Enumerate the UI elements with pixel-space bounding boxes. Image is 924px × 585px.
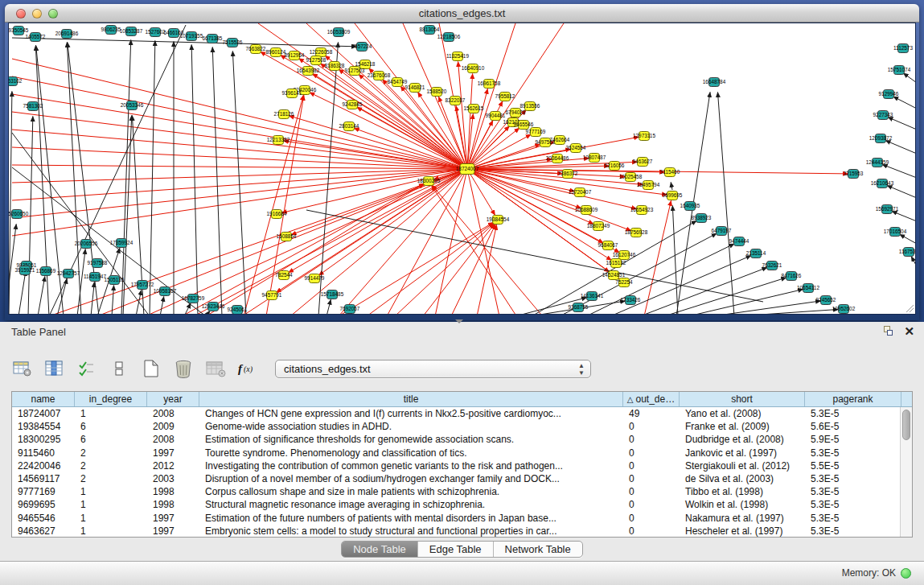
- cell-in_degree[interactable]: 6: [75, 420, 147, 433]
- network-canvas[interactable]: 1405572935054520691486980623510853287152…: [8, 23, 916, 315]
- cell-pagerank[interactable]: 5.3E-5: [805, 525, 901, 538]
- cell-pagerank[interactable]: 5.5E-5: [805, 459, 901, 472]
- cell-year[interactable]: 1997: [147, 512, 199, 525]
- graph-edge[interactable]: [467, 169, 495, 215]
- graph-edge[interactable]: [458, 61, 467, 169]
- cell-name[interactable]: 9463627: [12, 525, 75, 538]
- graph-edge[interactable]: [887, 186, 916, 198]
- column-header-name[interactable]: name: [12, 392, 75, 406]
- cell-in_degree[interactable]: 2: [75, 472, 147, 485]
- cell-short[interactable]: Yano et al. (2008): [680, 407, 805, 420]
- cell-pagerank[interactable]: 5.3E-5: [805, 498, 901, 511]
- cell-short[interactable]: Nakamura et al. (1997): [680, 512, 805, 525]
- table-row[interactable]: 946362711997Embryonic stem cells: a mode…: [12, 525, 912, 538]
- graph-edge[interactable]: [232, 51, 246, 314]
- cell-in_degree[interactable]: 1: [75, 512, 147, 525]
- tab-network-table[interactable]: Network Table: [494, 542, 582, 557]
- table-vertical-scrollbar[interactable]: [900, 407, 912, 537]
- cell-short[interactable]: de Silva et al. (2003): [680, 472, 805, 485]
- cell-pagerank[interactable]: 5.3E-5: [805, 485, 901, 498]
- graph-edge[interactable]: [339, 169, 467, 314]
- cell-in_degree[interactable]: 2: [75, 459, 147, 472]
- graph-edge[interactable]: [900, 234, 916, 244]
- cell-short[interactable]: Jankovic et al. (1997): [680, 447, 805, 459]
- graph-edge[interactable]: [672, 205, 678, 314]
- cell-title[interactable]: Structural magnetic resonance image aver…: [199, 498, 623, 511]
- cell-short[interactable]: Tibbo et al. (1998): [680, 485, 805, 498]
- table-row[interactable]: 1456911722003Disruption of a novel membe…: [12, 472, 912, 485]
- graph-edge[interactable]: [640, 267, 767, 314]
- graph-edge[interactable]: [150, 40, 155, 314]
- graph-edge[interactable]: [688, 289, 803, 314]
- cell-short[interactable]: Wolkin et al. (1998): [680, 498, 805, 511]
- cell-in_degree[interactable]: 6: [75, 433, 147, 446]
- cell-in_degree[interactable]: 2: [75, 447, 147, 459]
- cell-year[interactable]: 1997: [147, 525, 199, 538]
- graph-edge[interactable]: [467, 23, 564, 169]
- table-row[interactable]: 911546021997Tourette syndrome. Phenomeno…: [12, 447, 912, 459]
- cell-pagerank[interactable]: 5.3E-5: [805, 512, 901, 525]
- cell-title[interactable]: Genome-wide association studies in ADHD.: [199, 420, 623, 433]
- cell-pagerank[interactable]: 5.3E-5: [805, 447, 901, 459]
- splitter-handle-icon[interactable]: [455, 319, 463, 323]
- cell-year[interactable]: 2012: [147, 459, 199, 472]
- cell-short[interactable]: Franke et al. (2009): [680, 420, 805, 433]
- function-fx-icon[interactable]: f(x): [236, 358, 259, 379]
- table-row[interactable]: 1938455462009Genome-wide association stu…: [12, 420, 912, 433]
- table-row[interactable]: 946554611997Estimation of the future num…: [12, 512, 912, 525]
- cell-pagerank[interactable]: 5.3E-5: [805, 472, 901, 485]
- cell-pagerank[interactable]: 5.3E-5: [805, 407, 901, 420]
- table-row[interactable]: 977716911998Corpus callosum shape and si…: [12, 485, 912, 498]
- table-source-select[interactable]: citations_edges.txt ▲▼: [275, 360, 591, 378]
- graph-edge[interactable]: [306, 210, 763, 302]
- graph-edge[interactable]: [892, 211, 916, 221]
- table-row[interactable]: 969969511998Structural magnetic resonanc…: [12, 498, 912, 511]
- cell-out_degree[interactable]: 49: [623, 407, 680, 420]
- cell-pagerank[interactable]: 5.9E-5: [805, 433, 901, 446]
- cell-pagerank[interactable]: 5.6E-5: [805, 420, 901, 433]
- table-row[interactable]: 1830029562008Estimation of significance …: [12, 433, 912, 446]
- cell-out_degree[interactable]: 0: [623, 472, 680, 485]
- cell-year[interactable]: 1998: [147, 498, 199, 511]
- graph-edge[interactable]: [266, 95, 304, 314]
- cell-title[interactable]: Corpus callosum shape and size in male p…: [199, 485, 623, 498]
- graph-edge[interactable]: [903, 73, 916, 83]
- cell-name[interactable]: 18724007: [12, 407, 75, 420]
- cell-out_degree[interactable]: 0: [623, 485, 680, 498]
- cell-title[interactable]: Disruption of a novel member of a sodium…: [199, 472, 623, 485]
- table-row[interactable]: 2242004622012Investigating the contribut…: [12, 459, 912, 472]
- cell-name[interactable]: 9115460: [12, 447, 75, 459]
- table-row[interactable]: 1872400712008Changes of HCN gene express…: [12, 407, 912, 420]
- graph-edge[interactable]: [717, 92, 734, 314]
- cell-year[interactable]: 2008: [147, 407, 199, 420]
- cell-year[interactable]: 2008: [147, 433, 199, 446]
- close-panel-icon[interactable]: ✕: [904, 325, 914, 337]
- graph-edge[interactable]: [191, 44, 198, 314]
- cell-name[interactable]: 9465546: [12, 512, 75, 525]
- cell-out_degree[interactable]: 0: [623, 525, 680, 538]
- graph-edge[interactable]: [882, 164, 916, 178]
- row-height-icon[interactable]: [108, 358, 130, 379]
- cell-title[interactable]: Embryonic stem cells: a model to study s…: [199, 525, 623, 538]
- tab-edge-table[interactable]: Edge Table: [418, 542, 494, 557]
- graph-edge[interactable]: [12, 38, 357, 47]
- cell-short[interactable]: Hescheler et al. (1997): [680, 525, 805, 538]
- graph-edge[interactable]: [206, 183, 424, 314]
- graph-edge[interactable]: [644, 200, 671, 314]
- cell-title[interactable]: Estimation of significance thresholds fo…: [199, 433, 623, 446]
- cell-in_degree[interactable]: 1: [75, 485, 147, 498]
- cell-out_degree[interactable]: 0: [623, 512, 680, 525]
- cell-out_degree[interactable]: 0: [623, 498, 680, 511]
- scrollbar-thumb[interactable]: [902, 410, 910, 440]
- column-header-short[interactable]: short: [680, 392, 805, 406]
- select-column-icon[interactable]: [43, 358, 66, 379]
- graph-edge[interactable]: [160, 296, 164, 314]
- cell-name[interactable]: 18300295: [12, 433, 75, 446]
- graph-edge[interactable]: [12, 169, 467, 183]
- graph-edge[interactable]: [326, 299, 331, 314]
- graph-edge[interactable]: [885, 141, 916, 154]
- graph-edge[interactable]: [467, 128, 519, 169]
- cell-in_degree[interactable]: 1: [75, 525, 147, 538]
- cell-title[interactable]: Changes of HCN gene expression and I(f) …: [199, 407, 623, 420]
- cell-year[interactable]: 2009: [147, 420, 199, 433]
